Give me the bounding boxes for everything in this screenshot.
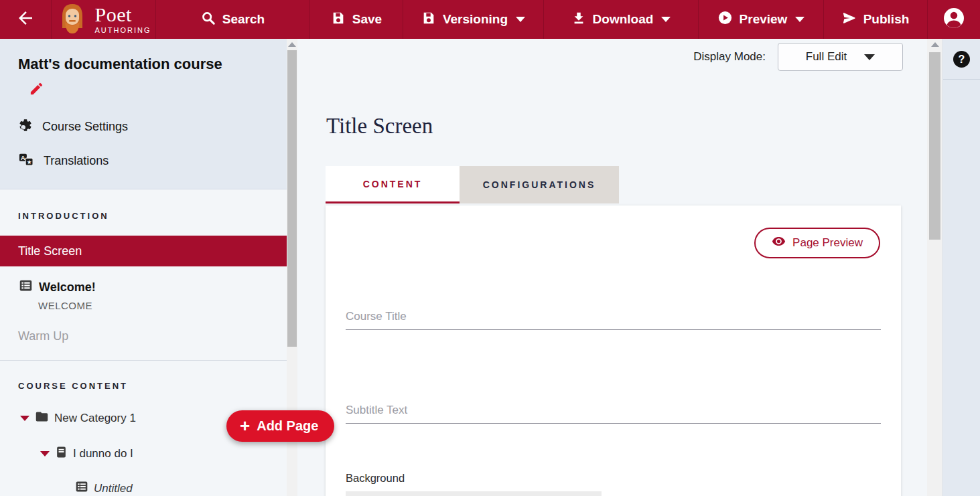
i-dunno-do-i-label: I dunno do I xyxy=(73,447,133,461)
tree-item-untitled[interactable]: Untitled xyxy=(75,480,287,496)
search-label: Search xyxy=(222,12,265,27)
download-label: Download xyxy=(593,12,654,27)
display-mode-select[interactable]: Full Edit xyxy=(778,43,903,71)
send-icon xyxy=(842,11,857,29)
chevron-down-icon xyxy=(661,17,671,22)
preview-menu[interactable]: Preview xyxy=(699,0,824,39)
tab-content[interactable]: CONTENT xyxy=(326,166,460,203)
save-icon xyxy=(331,11,346,29)
logo-title: Poet xyxy=(95,5,151,25)
main-scrollbar[interactable] xyxy=(927,39,942,496)
page-preview-label: Page Preview xyxy=(792,236,863,250)
title-screen-label: Title Screen xyxy=(18,244,82,258)
versioning-save-icon xyxy=(421,11,436,29)
logo-subtitle: AUTHORING xyxy=(95,27,151,34)
page-title: Title Screen xyxy=(326,114,433,139)
svg-text:★: ★ xyxy=(27,159,31,165)
new-category-label: New Category 1 xyxy=(54,412,136,425)
play-circle-icon xyxy=(717,10,733,29)
list-icon xyxy=(19,278,33,296)
tab-configurations[interactable]: CONFIGURATIONS xyxy=(460,166,619,203)
editor-tabs: CONTENT CONFIGURATIONS xyxy=(326,166,619,203)
scroll-up-arrow-icon[interactable] xyxy=(288,42,296,47)
sidebar-item-translations[interactable]: A★ Translations xyxy=(18,152,269,170)
sidebar-course-header: Matt's documentation course Course Setti… xyxy=(0,39,287,189)
subtitle-field xyxy=(346,397,881,424)
untitled-label: Untitled xyxy=(94,482,133,495)
sidebar-item-welcome[interactable]: Welcome! xyxy=(19,278,287,296)
course-settings-label: Course Settings xyxy=(42,120,128,134)
top-navigation-bar: Poet AUTHORING Search Save Versioning Do… xyxy=(0,0,980,39)
versioning-label: Versioning xyxy=(443,12,508,27)
chevron-down-icon xyxy=(516,17,525,22)
section-heading-introduction: INTRODUCTION xyxy=(18,211,287,221)
background-label: Background xyxy=(346,472,405,485)
sidebar-scrollbar-thumb[interactable] xyxy=(287,50,297,347)
preview-label: Preview xyxy=(740,12,788,27)
publish-button[interactable]: Publish xyxy=(824,0,928,39)
sidebar-item-title-screen[interactable]: Title Screen xyxy=(0,236,287,266)
add-page-label: Add Page xyxy=(257,418,318,434)
save-button[interactable]: Save xyxy=(310,0,403,39)
content-card: Page Preview Background xyxy=(326,205,901,496)
gear-icon xyxy=(18,118,33,136)
display-mode-value: Full Edit xyxy=(806,50,847,64)
scroll-up-arrow-icon[interactable] xyxy=(931,42,939,47)
course-title-input[interactable] xyxy=(346,303,881,330)
versioning-menu[interactable]: Versioning xyxy=(403,0,544,39)
logo-text: Poet AUTHORING xyxy=(95,5,151,34)
section-heading-course-content: COURSE CONTENT xyxy=(18,381,287,391)
background-picker[interactable] xyxy=(346,491,602,496)
account-button[interactable] xyxy=(928,0,980,39)
sidebar-item-course-settings[interactable]: Course Settings xyxy=(18,118,269,136)
tree-item-i-dunno-do-i[interactable]: I dunno do I xyxy=(40,445,287,463)
editor-main-area: Display Mode: Full Edit Title Screen CON… xyxy=(297,39,927,496)
chevron-down-icon xyxy=(864,54,875,60)
list-icon xyxy=(75,480,88,496)
back-arrow-icon xyxy=(15,8,36,31)
publish-label: Publish xyxy=(863,12,910,27)
book-icon xyxy=(55,445,68,463)
main-scrollbar-thumb[interactable] xyxy=(929,52,940,240)
sidebar-item-warm-up[interactable]: Warm Up xyxy=(18,329,287,343)
translate-icon: A★ xyxy=(18,152,34,170)
translations-label: Translations xyxy=(44,154,109,168)
save-label: Save xyxy=(352,12,382,27)
help-panel-strip: ? xyxy=(942,39,980,496)
tab-content-label: CONTENT xyxy=(363,179,423,189)
course-title: Matt's documentation course xyxy=(18,55,269,74)
edit-pencil-icon[interactable] xyxy=(29,81,44,99)
search-button[interactable]: Search xyxy=(156,0,310,39)
welcome-subtitle: WELCOME xyxy=(38,300,287,311)
help-strip-divider xyxy=(943,79,980,80)
chevron-down-icon xyxy=(795,17,804,22)
course-title-field xyxy=(346,303,881,330)
welcome-label: Welcome! xyxy=(39,280,96,295)
page-preview-button[interactable]: Page Preview xyxy=(754,228,880,258)
download-menu[interactable]: Download xyxy=(544,0,699,39)
caret-down-icon[interactable] xyxy=(20,416,29,421)
display-mode-label: Display Mode: xyxy=(693,50,766,64)
search-icon xyxy=(201,11,216,29)
subtitle-input[interactable] xyxy=(346,397,881,424)
back-button[interactable] xyxy=(0,0,52,39)
folder-icon xyxy=(35,410,49,427)
sidebar-divider xyxy=(0,360,287,361)
eye-icon xyxy=(772,234,786,252)
download-icon xyxy=(571,11,586,29)
account-icon xyxy=(942,6,966,33)
add-page-button[interactable]: + Add Page xyxy=(226,410,334,442)
app-logo[interactable]: Poet AUTHORING xyxy=(52,0,156,39)
display-mode-row: Display Mode: Full Edit xyxy=(693,43,903,71)
plus-icon: + xyxy=(240,417,250,434)
help-button[interactable]: ? xyxy=(953,51,970,68)
tab-configurations-label: CONFIGURATIONS xyxy=(483,179,596,190)
avatar xyxy=(56,1,88,37)
svg-text:A: A xyxy=(21,154,25,161)
caret-down-icon[interactable] xyxy=(40,451,50,457)
